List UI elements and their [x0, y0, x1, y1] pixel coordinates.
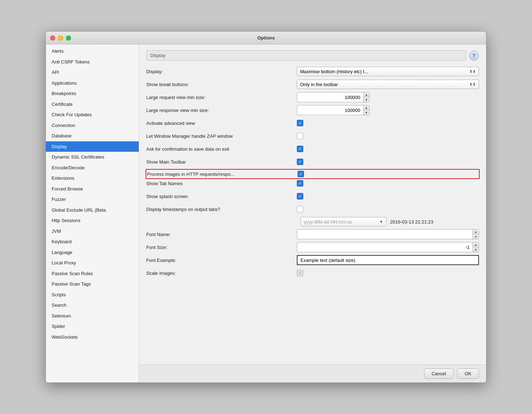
maximize-button[interactable]	[66, 36, 71, 41]
show-break-select[interactable]: Only in the toolbar ⬆⬇	[297, 80, 479, 89]
font-size-spinner[interactable]: ▲ ▼	[297, 242, 479, 252]
sidebar-item-search[interactable]: Search	[46, 300, 139, 311]
options-window: Options AlertsAnti CSRF TokensAPIApplica…	[46, 31, 486, 383]
advanced-view-control: ✓	[297, 120, 479, 126]
process-images-checkbox[interactable]: ✓	[298, 171, 304, 177]
show-break-row: Show break buttons: Only in the toolbar …	[146, 79, 479, 89]
sidebar-item-fuzzer[interactable]: Fuzzer	[46, 194, 139, 205]
sidebar-item-jvm[interactable]: JVM	[46, 226, 139, 237]
spinner-up-icon[interactable]: ▲	[473, 230, 479, 234]
sidebar-item-spider[interactable]: Spider	[46, 321, 139, 332]
timestamps-checkbox[interactable]	[297, 206, 303, 212]
large-request-spinner[interactable]: ▲ ▼	[297, 92, 370, 102]
sidebar-item-passive-scan-tags[interactable]: Passive Scan Tags	[46, 279, 139, 290]
window-manager-label: Let Window Manager handle ZAP window	[146, 133, 297, 139]
save-confirm-label: Ask for confirmation to save data on exi…	[146, 146, 297, 152]
chevron-down-icon: ▼	[379, 220, 383, 224]
advanced-view-checkbox[interactable]: ✓	[297, 120, 303, 126]
sidebar-item-api[interactable]: API	[46, 67, 139, 78]
sidebar-item-extensions[interactable]: Extensions	[46, 173, 139, 184]
timestamps-control	[297, 206, 479, 212]
font-example-row: Font Example: Example text (default size…	[146, 255, 479, 265]
ok-button[interactable]: OK	[457, 368, 479, 379]
window-title: Options	[257, 35, 275, 41]
font-size-input[interactable]	[297, 243, 472, 251]
main-panel: Display ? Display: Maximise bottom (Hist…	[139, 44, 486, 382]
sidebar-item-database[interactable]: Database	[46, 131, 139, 141]
font-size-arrows: ▲ ▼	[472, 243, 479, 252]
show-break-control: Only in the toolbar ⬆⬇	[297, 80, 479, 89]
timestamp-format-row: yyyy-MM-dd HH:mm:ss ▼ 2016-03-13 21:21:2…	[146, 217, 479, 226]
spinner-down-icon[interactable]: ▼	[364, 97, 369, 102]
sidebar-item-connection[interactable]: Connection	[46, 120, 139, 131]
large-response-input[interactable]	[297, 106, 363, 114]
large-response-control: ▲ ▼	[297, 105, 479, 115]
spinner-up-icon[interactable]: ▲	[473, 243, 479, 247]
save-confirm-row: Ask for confirmation to save data on exi…	[146, 144, 479, 154]
font-example-control: Example text (default size)	[297, 255, 479, 265]
large-response-spinner[interactable]: ▲ ▼	[297, 105, 370, 115]
timestamp-format-select[interactable]: yyyy-MM-dd HH:mm:ss ▼	[300, 217, 386, 226]
show-toolbar-checkbox[interactable]: ✓	[297, 159, 303, 165]
show-splash-control: ✓	[297, 193, 479, 199]
font-example-display: Example text (default size)	[297, 255, 479, 265]
font-name-control: ▲ ▼	[297, 229, 479, 239]
large-response-label: Large response view min size:	[146, 108, 297, 113]
sidebar-item-global-exclude[interactable]: Global Exclude URL (Beta	[46, 205, 139, 216]
show-tab-names-row: Show Tab Names ✓	[146, 178, 479, 188]
sidebar-item-encode-decode[interactable]: Encode/Decode	[46, 163, 139, 173]
scale-images-row: Scale Images: ✓	[146, 268, 479, 278]
sidebar-item-anti-csrf[interactable]: Anti CSRF Tokens	[46, 57, 139, 67]
show-splash-checkbox[interactable]: ✓	[297, 193, 303, 199]
spinner-down-icon[interactable]: ▼	[364, 110, 369, 115]
font-name-input[interactable]	[297, 230, 472, 239]
scale-images-checkbox[interactable]: ✓	[297, 270, 303, 276]
show-splash-label: Show splash screen	[146, 194, 297, 199]
spinner-down-icon[interactable]: ▼	[473, 247, 479, 252]
cancel-button[interactable]: Cancel	[424, 368, 453, 379]
spinner-up-icon[interactable]: ▲	[364, 105, 369, 110]
titlebar: Options	[46, 32, 486, 44]
display-select[interactable]: Maximise bottom (History etc) t... ⬆⬇	[297, 67, 479, 76]
sidebar-item-dynamic-ssl[interactable]: Dynamic SSL Certificates	[46, 152, 139, 163]
chevron-down-icon: ⬆⬇	[469, 69, 476, 74]
spinner-up-icon[interactable]: ▲	[364, 93, 369, 97]
sidebar-item-language[interactable]: Language	[46, 247, 139, 258]
show-break-value: Only in the toolbar	[300, 82, 338, 87]
font-example-label: Font Example:	[146, 258, 297, 263]
sidebar-item-passive-scan-rules[interactable]: Passive Scan Rules	[46, 268, 139, 279]
sidebar-item-display[interactable]: Display	[46, 141, 139, 152]
advanced-view-label: Activate advanced view	[146, 121, 297, 126]
process-images-row: Process images in HTTP requests/respo...…	[146, 169, 480, 179]
minimize-button[interactable]	[58, 36, 63, 41]
spinner-arrows: ▲ ▼	[363, 105, 369, 115]
sidebar-item-keyboard[interactable]: Keyboard	[46, 236, 139, 247]
timestamp-placeholder: yyyy-MM-dd HH:mm:ss	[304, 219, 352, 225]
font-name-input-box[interactable]: ▲ ▼	[297, 229, 479, 239]
sidebar-item-breakpoints[interactable]: Breakpoints	[46, 88, 139, 99]
sidebar-item-alerts[interactable]: Alerts	[46, 46, 139, 57]
content-area: AlertsAnti CSRF TokensAPIApplicationsBre…	[46, 44, 486, 382]
window-manager-checkbox[interactable]	[297, 133, 303, 139]
sidebar-item-applications[interactable]: Applications	[46, 78, 139, 89]
sidebar-item-scripts[interactable]: Scripts	[46, 290, 139, 300]
sidebar-item-websockets[interactable]: WebSockets	[46, 332, 139, 343]
timestamps-label: Display timestamps on output tabs?	[146, 207, 297, 212]
sidebar-item-forced-browse[interactable]: Forced Browse	[46, 184, 139, 194]
large-request-input[interactable]	[297, 93, 363, 102]
spinner-down-icon[interactable]: ▼	[473, 234, 479, 239]
show-tab-names-checkbox[interactable]: ✓	[297, 180, 303, 187]
help-button[interactable]: ?	[469, 51, 479, 61]
large-request-control: ▲ ▼	[297, 92, 479, 102]
save-confirm-checkbox[interactable]: ✓	[297, 146, 303, 152]
sidebar-item-check-updates[interactable]: Check For Updates	[46, 109, 139, 120]
close-button[interactable]	[50, 36, 55, 41]
scale-images-label: Scale Images:	[146, 270, 297, 276]
font-name-label: Font Name:	[146, 232, 297, 237]
sidebar-item-selenium[interactable]: Selenium	[46, 311, 139, 321]
font-name-row: Font Name: ▲ ▼	[146, 229, 479, 239]
timestamps-row: Display timestamps on output tabs?	[146, 204, 479, 214]
sidebar-item-http-sessions[interactable]: Http Sessions	[46, 215, 139, 226]
sidebar-item-local-proxy[interactable]: Local Proxy	[46, 258, 139, 268]
sidebar-item-certificate[interactable]: Certificate	[46, 99, 139, 110]
